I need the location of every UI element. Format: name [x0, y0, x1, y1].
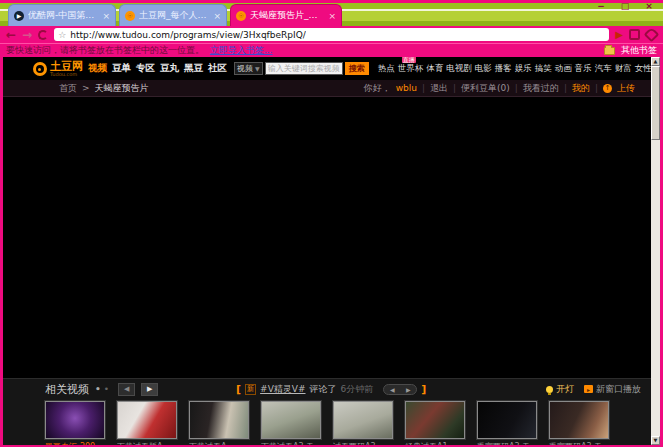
- video-player-area[interactable]: [3, 97, 651, 378]
- import-bookmarks-link[interactable]: 立即导入书签...: [210, 44, 273, 57]
- video-thumbnail[interactable]: [45, 401, 105, 439]
- nav-video[interactable]: 视频: [88, 62, 107, 75]
- nav-hotspot[interactable]: 热点: [378, 63, 395, 75]
- doulist-link[interactable]: 便利豆单(0): [461, 82, 510, 95]
- nav-women[interactable]: 女性: [635, 63, 651, 75]
- nav-worldcup[interactable]: 直播世界杯: [398, 63, 424, 75]
- address-bar[interactable]: ☆ http://www.tudou.com/programs/view/3Hx…: [54, 28, 609, 41]
- tab-tudou-home[interactable]: ☉ 土豆网_每个人都是生活... ×: [119, 4, 227, 26]
- go-icon[interactable]: ▶: [615, 29, 623, 40]
- my-space-link[interactable]: 我的: [572, 82, 590, 95]
- nav-sports[interactable]: 体育: [426, 63, 443, 75]
- forward-icon[interactable]: →: [22, 29, 32, 41]
- related-video-item[interactable]: 手室两码A3 天: [549, 401, 609, 445]
- related-video-item[interactable]: 经典试看A1: [405, 401, 465, 445]
- minimize-button[interactable]: −: [593, 1, 609, 11]
- breadcrumb-home[interactable]: 首页: [59, 82, 77, 95]
- page-menu-icon[interactable]: [629, 29, 640, 40]
- video-caption[interactable]: 试看两码A3: [333, 441, 393, 445]
- related-video-item[interactable]: 试看两码A3: [333, 401, 393, 445]
- video-thumbnail[interactable]: [117, 401, 177, 439]
- watched-link[interactable]: 我看过的: [523, 82, 559, 95]
- page-scrollbar[interactable]: ▲ ▼: [651, 57, 660, 445]
- comment-ticker: [ 新 #V精灵V# 评论了 6分钟前 ◀ ▶ ]: [236, 383, 426, 396]
- nav-funny[interactable]: 搞笑: [535, 63, 552, 75]
- video-thumbnail[interactable]: [189, 401, 249, 439]
- nav-douwan[interactable]: 豆丸: [160, 62, 179, 75]
- nav-tvseries[interactable]: 电视剧: [446, 63, 472, 75]
- nav-movies[interactable]: 电影: [475, 63, 492, 75]
- scrollbar-thumb[interactable]: [651, 66, 660, 140]
- search-button[interactable]: 搜索: [345, 62, 369, 75]
- nav-blackbean[interactable]: 黑豆: [184, 62, 203, 75]
- lights-toggle[interactable]: 开灯: [546, 383, 574, 396]
- ticker-time-text: 6分钟前: [341, 383, 374, 396]
- video-thumbnail[interactable]: [261, 401, 321, 439]
- infobar-text: 要快速访问，请将书签放在书签栏中的这一位置。: [6, 44, 204, 57]
- video-thumbnail[interactable]: [477, 401, 537, 439]
- related-video-item[interactable]: 下载试看版A: [117, 401, 177, 445]
- username-link[interactable]: wblu: [396, 83, 417, 93]
- video-caption[interactable]: 手室两码A3 天: [477, 441, 537, 445]
- related-video-item[interactable]: 下载试看A: [189, 401, 249, 445]
- video-caption[interactable]: 经典试看A1: [405, 441, 465, 445]
- ticker-next-icon[interactable]: ▶: [406, 386, 411, 393]
- related-prev-button[interactable]: ◀: [118, 383, 135, 396]
- close-button[interactable]: ×: [641, 1, 657, 11]
- nav-entertainment[interactable]: 娱乐: [515, 63, 532, 75]
- related-video-item[interactable]: 下载试看A3 天: [261, 401, 321, 445]
- ticker-pager: ◀ ▶: [383, 384, 417, 395]
- nav-community[interactable]: 社区: [208, 62, 227, 75]
- related-thumbnail-list: 黑豆专汇-200 下载试看版A 下载试看A 下载试看A3 天 试看两码A3: [3, 399, 651, 445]
- tab-title: 天蝎座预告片_在线视频...: [250, 9, 324, 22]
- related-videos-title: 相关视频: [45, 382, 89, 397]
- video-thumbnail[interactable]: [549, 401, 609, 439]
- nav-animation[interactable]: 动画: [555, 63, 572, 75]
- search-input[interactable]: [265, 62, 343, 75]
- video-caption[interactable]: 下载试看A3 天: [261, 441, 321, 445]
- nav-cars[interactable]: 汽车: [595, 63, 612, 75]
- other-bookmarks-button[interactable]: 其他书签: [621, 44, 657, 57]
- tudou-logo[interactable]: 土豆网 Tudou.com: [33, 61, 83, 77]
- scrollbar-up-icon[interactable]: ▲: [651, 57, 660, 66]
- video-thumbnail[interactable]: [405, 401, 465, 439]
- nav-music[interactable]: 音乐: [575, 63, 592, 75]
- pagination-dots: ••: [95, 384, 112, 394]
- video-caption[interactable]: 下载试看版A: [117, 441, 177, 445]
- new-window-play[interactable]: ▸ 新窗口播放: [584, 383, 641, 396]
- video-thumbnail[interactable]: [333, 401, 393, 439]
- scrollbar-down-icon[interactable]: ▼: [651, 436, 660, 445]
- nav-podcast[interactable]: 播客: [495, 63, 512, 75]
- video-caption[interactable]: 下载试看A: [189, 441, 249, 445]
- related-videos-panel: 相关视频 •• ◀ ▶ [ 新 #V精灵V# 评论了 6分钟前 ◀ ▶ ]: [3, 378, 651, 445]
- back-icon[interactable]: ←: [6, 29, 16, 41]
- related-video-item[interactable]: 黑豆专汇-200: [45, 401, 105, 445]
- reload-icon[interactable]: [38, 30, 48, 40]
- video-caption[interactable]: 黑豆专汇-200: [45, 441, 105, 445]
- tab-close-icon[interactable]: ×: [102, 11, 110, 21]
- wrench-menu-icon[interactable]: [644, 27, 660, 43]
- ticker-user-link[interactable]: #V精灵V#: [260, 383, 305, 396]
- breadcrumb-current: 天蝎座预告片: [95, 82, 149, 95]
- logout-link[interactable]: 退出: [430, 82, 448, 95]
- upload-link[interactable]: 上传: [617, 82, 635, 95]
- logo-cn-text: 土豆网: [50, 61, 83, 72]
- video-caption[interactable]: 手室两码A3 天: [549, 441, 609, 445]
- folder-icon: [604, 47, 615, 55]
- ticker-bracket-open: [: [236, 383, 241, 396]
- tab-tudou-video-active[interactable]: ☉ 天蝎座预告片_在线视频... ×: [230, 4, 342, 26]
- search-category-select[interactable]: 视频 ▼: [234, 62, 263, 75]
- ticker-prev-icon[interactable]: ◀: [390, 386, 395, 393]
- nav-zone[interactable]: 专区: [136, 62, 155, 75]
- related-video-item[interactable]: 手室两码A3 天: [477, 401, 537, 445]
- window-controls: − □ ×: [593, 1, 657, 11]
- nav-finance[interactable]: 财富: [615, 63, 632, 75]
- tab-youku[interactable]: ▶ 优酷网-中国第一视频网 ×: [8, 4, 116, 26]
- nav-doulist[interactable]: 豆单: [112, 62, 131, 75]
- url-text[interactable]: http://www.tudou.com/programs/view/3Hxqf…: [70, 30, 306, 40]
- maximize-button[interactable]: □: [617, 1, 633, 11]
- related-next-button[interactable]: ▶: [141, 383, 158, 396]
- bookmark-star-icon[interactable]: ☆: [58, 30, 66, 40]
- tab-close-icon[interactable]: ×: [328, 11, 336, 21]
- tab-close-icon[interactable]: ×: [213, 11, 221, 21]
